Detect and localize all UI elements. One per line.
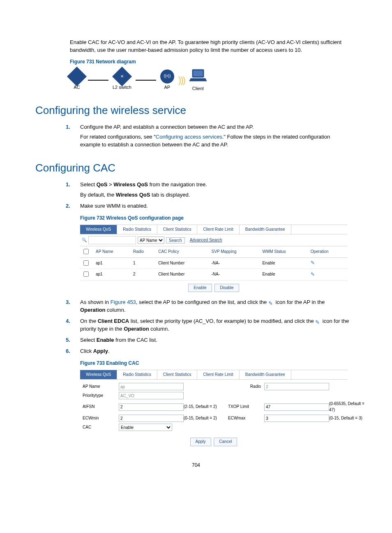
step-number: 4. xyxy=(66,317,70,325)
step-number: 1. xyxy=(66,181,70,189)
link-line xyxy=(88,80,108,81)
ecwmin-label: ECWmin xyxy=(83,415,115,422)
cell-cac-policy: Client Number xyxy=(157,257,210,269)
cac-step: 4.On the Client EDCA list, select the pr… xyxy=(80,317,351,334)
apply-button[interactable]: Apply xyxy=(190,438,211,446)
cac-step: 5.Select Enable from the CAC list. xyxy=(80,336,351,345)
step-text: Make sure WMM is enabled. xyxy=(80,203,148,209)
cac-step: 3.As shown in Figure 453, select the AP … xyxy=(80,298,351,315)
txop-field[interactable] xyxy=(264,403,329,411)
step-number: 6. xyxy=(66,348,70,355)
ac-icon xyxy=(70,70,84,83)
tab-bandwidth-guarantee[interactable]: Bandwidth Guarantee xyxy=(240,370,291,380)
search-icon: 🔍 xyxy=(82,237,87,243)
cancel-button[interactable]: Cancel xyxy=(214,438,237,446)
section-wireless-service-title: Configuring the wireless service xyxy=(35,103,351,118)
cell-svp: -NA- xyxy=(210,257,261,269)
ap-icon: ((•)) xyxy=(160,70,174,83)
section-cac-title: Configuring CAC xyxy=(35,160,351,176)
row-checkbox[interactable] xyxy=(83,260,89,266)
step-1: 1. Configure the AP, and establish a con… xyxy=(80,123,351,150)
tab-client-rate-limit[interactable]: Client Rate Limit xyxy=(197,225,239,234)
cell-cac-policy: Client Number xyxy=(157,269,210,280)
search-button[interactable]: Search xyxy=(166,237,185,243)
cell-svp: -NA- xyxy=(210,269,261,280)
tab-client-rate-limit[interactable]: Client Rate Limit xyxy=(197,370,239,380)
ecwmin-hint: (0-15, Default = 2) xyxy=(184,415,225,422)
radio-field xyxy=(264,383,329,390)
ap-name-label: AP Name xyxy=(83,384,115,390)
ecwmax-label: ECWmax xyxy=(228,415,261,422)
client-label: Client xyxy=(192,86,204,92)
step-text-followup: By default, the Wireless QoS tab is disp… xyxy=(80,191,351,199)
advanced-search-link[interactable]: Advanced Search xyxy=(187,237,222,243)
tab-bandwidth-guarantee[interactable]: Bandwidth Guarantee xyxy=(240,225,291,234)
link-configuring-access-services[interactable]: Configuring access services xyxy=(156,134,222,140)
edit-icon: ✎ xyxy=(315,319,321,324)
table-row: ap1 2 Client Number -NA- Enable ✎ xyxy=(80,269,347,280)
step-number: 2. xyxy=(66,202,70,210)
disable-button[interactable]: Disable xyxy=(214,284,239,292)
cell-radio: 1 xyxy=(131,257,157,269)
link-figure-453[interactable]: Figure 453 xyxy=(111,299,136,305)
prioritytype-label: Prioritytype xyxy=(83,393,115,399)
page-number: 704 xyxy=(41,462,351,469)
figure-731-diagram: AC L2 switch ((•)) AP ))) Client xyxy=(70,68,351,92)
tab-wireless-qos[interactable]: Wireless QoS xyxy=(80,370,117,380)
figure-732-panel: Wireless QoS Radio Statistics Client Sta… xyxy=(80,225,347,296)
step-text: Select QoS > Wireless QoS from the navig… xyxy=(80,181,207,188)
search-field-select[interactable]: AP Name xyxy=(138,236,164,244)
step-text: As shown in Figure 453, select the AP to… xyxy=(80,299,325,313)
row-checkbox[interactable] xyxy=(83,271,89,277)
cac-step: 6.Click Apply. xyxy=(80,347,351,356)
txop-hint: (0-65535, Default = 47) xyxy=(329,401,370,413)
tab-radio-statistics[interactable]: Radio Statistics xyxy=(117,370,157,380)
laptop-icon xyxy=(189,68,207,85)
step-text: Configure the AP, and establish a connec… xyxy=(80,124,254,130)
search-input[interactable] xyxy=(88,236,136,244)
switch-icon xyxy=(115,70,129,83)
step-text: Click Apply. xyxy=(80,348,110,354)
link-line xyxy=(136,80,156,81)
col-operation: Operation xyxy=(309,246,347,257)
ecwmin-field[interactable] xyxy=(119,415,184,422)
tab-bar: Wireless QoS Radio Statistics Client Sta… xyxy=(80,370,347,380)
col-radio: Radio xyxy=(131,246,157,257)
cell-ap-name: ap1 xyxy=(94,269,131,280)
cell-radio: 2 xyxy=(131,269,157,280)
edit-icon: ✎ xyxy=(268,300,274,306)
enable-button[interactable]: Enable xyxy=(188,284,212,292)
ecwmax-hint: (0-15, Default = 3) xyxy=(329,415,370,422)
cell-wmm: Enable xyxy=(261,269,309,280)
select-all-checkbox[interactable] xyxy=(83,249,89,254)
cell-ap-name: ap1 xyxy=(94,257,131,269)
ecwmax-field[interactable] xyxy=(264,415,329,422)
table-row: ap1 1 Client Number -NA- Enable ✎ xyxy=(80,257,347,269)
radio-label: Radio xyxy=(228,384,261,390)
tab-client-statistics[interactable]: Client Statistics xyxy=(157,370,197,380)
col-wmm-status: WMM Status xyxy=(261,246,309,257)
qos-table: AP Name Radio CAC Policy SVP Mapping WMM… xyxy=(80,246,347,280)
cell-wmm: Enable xyxy=(261,257,309,269)
step-number: 5. xyxy=(66,336,70,344)
ap-label: AP xyxy=(164,84,171,91)
aifsn-hint: (2-15, Default = 2) xyxy=(184,404,225,410)
edit-icon[interactable]: ✎ xyxy=(311,271,315,277)
edit-icon[interactable]: ✎ xyxy=(311,260,315,266)
tab-bar: Wireless QoS Radio Statistics Client Sta… xyxy=(80,225,347,235)
col-ap-name: AP Name xyxy=(94,246,131,257)
cac-label: CAC xyxy=(83,424,115,431)
tab-radio-statistics[interactable]: Radio Statistics xyxy=(117,225,157,234)
step-text: On the Client EDCA list, select the prio… xyxy=(80,318,349,332)
aifsn-field[interactable] xyxy=(119,403,184,411)
txop-label: TXOP Limit xyxy=(228,404,261,410)
aifsn-label: AIFSN xyxy=(83,404,115,410)
col-svp-mapping: SVP Mapping xyxy=(210,246,261,257)
figure-733-panel: Wireless QoS Radio Statistics Client Sta… xyxy=(80,370,347,450)
tab-client-statistics[interactable]: Client Statistics xyxy=(157,225,197,234)
tab-wireless-qos[interactable]: Wireless QoS xyxy=(80,225,117,234)
cac-step-1: 1. Select QoS > Wireless QoS from the na… xyxy=(80,180,351,200)
cac-select[interactable]: Enable xyxy=(119,424,172,431)
ap-name-field xyxy=(119,383,184,390)
step-text: Select Enable from the CAC list. xyxy=(80,337,157,343)
